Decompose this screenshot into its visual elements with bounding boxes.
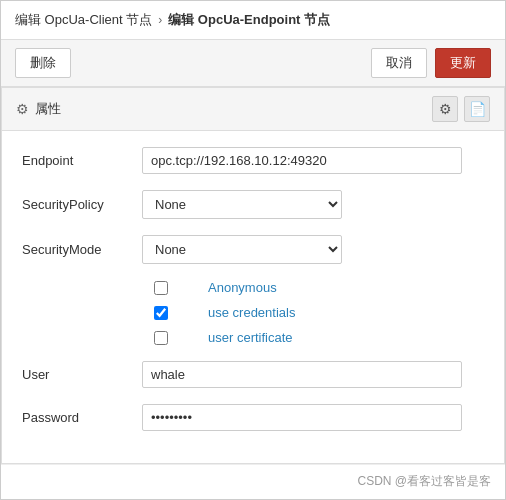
endpoint-row: Endpoint (22, 147, 484, 174)
credentials-checkbox[interactable] (154, 306, 168, 320)
security-policy-row: SecurityPolicy None Basic128 Basic256 Ba… (22, 190, 484, 219)
panel-icon-group: ⚙ 📄 (432, 96, 490, 122)
panel-gear-icon: ⚙ (16, 101, 29, 117)
security-policy-select[interactable]: None Basic128 Basic256 Basic256Sha256 (142, 190, 342, 219)
certificate-item: user certificate (154, 330, 293, 345)
credentials-item: use credentials (154, 305, 295, 320)
endpoint-input[interactable] (142, 147, 462, 174)
panel-settings-button[interactable]: ⚙ (432, 96, 458, 122)
credentials-label[interactable]: use credentials (208, 305, 295, 320)
user-input[interactable] (142, 361, 462, 388)
anonymous-item: Anonymous (154, 280, 288, 295)
password-control (142, 404, 462, 431)
user-label: User (22, 367, 142, 382)
security-mode-row: SecurityMode None Sign SignAndEncrypt (22, 235, 484, 264)
anonymous-checkbox[interactable] (154, 281, 168, 295)
footer-note: CSDN @看客过客皆是客 (1, 464, 505, 498)
security-mode-label: SecurityMode (22, 242, 142, 257)
toolbar-right-buttons: 取消 更新 (371, 48, 491, 78)
breadcrumb-bar: 编辑 OpcUa-Client 节点 › 编辑 OpcUa-Endpoint 节… (1, 1, 505, 40)
security-policy-control: None Basic128 Basic256 Basic256Sha256 (142, 190, 462, 219)
anonymous-checkbox-row: Anonymous (22, 280, 484, 295)
panel-doc-button[interactable]: 📄 (464, 96, 490, 122)
anonymous-label[interactable]: Anonymous (208, 280, 288, 295)
panel-header: ⚙ 属性 ⚙ 📄 (2, 88, 504, 131)
user-row: User (22, 361, 484, 388)
password-input[interactable] (142, 404, 462, 431)
security-mode-control: None Sign SignAndEncrypt (142, 235, 462, 264)
panel-title-text: 属性 (35, 100, 61, 118)
delete-button[interactable]: 删除 (15, 48, 71, 78)
properties-panel: ⚙ 属性 ⚙ 📄 Endpoint Secu (1, 87, 505, 464)
breadcrumb-part1: 编辑 OpcUa-Client 节点 (15, 11, 152, 29)
credentials-checkbox-row: use credentials (22, 305, 484, 320)
endpoint-control (142, 147, 462, 174)
toolbar: 删除 取消 更新 (1, 40, 505, 87)
settings-icon: ⚙ (439, 101, 452, 117)
endpoint-label: Endpoint (22, 153, 142, 168)
panel-body: Endpoint SecurityPolicy None Basic128 Ba… (2, 131, 504, 463)
security-mode-select[interactable]: None Sign SignAndEncrypt (142, 235, 342, 264)
certificate-label[interactable]: user certificate (208, 330, 293, 345)
update-button[interactable]: 更新 (435, 48, 491, 78)
certificate-checkbox[interactable] (154, 331, 168, 345)
certificate-checkbox-row: user certificate (22, 330, 484, 345)
breadcrumb-part2: 编辑 OpcUa-Endpoint 节点 (168, 11, 330, 29)
password-label: Password (22, 410, 142, 425)
cancel-button[interactable]: 取消 (371, 48, 427, 78)
footer-text: CSDN @看客过客皆是客 (357, 474, 491, 488)
breadcrumb-separator: › (158, 13, 162, 27)
password-row: Password (22, 404, 484, 431)
user-control (142, 361, 462, 388)
security-policy-label: SecurityPolicy (22, 197, 142, 212)
panel-title: ⚙ 属性 (16, 100, 61, 118)
main-window: 编辑 OpcUa-Client 节点 › 编辑 OpcUa-Endpoint 节… (0, 0, 506, 500)
doc-icon: 📄 (469, 101, 486, 117)
auth-checkboxes: Anonymous use credentials user certifica… (22, 280, 484, 345)
